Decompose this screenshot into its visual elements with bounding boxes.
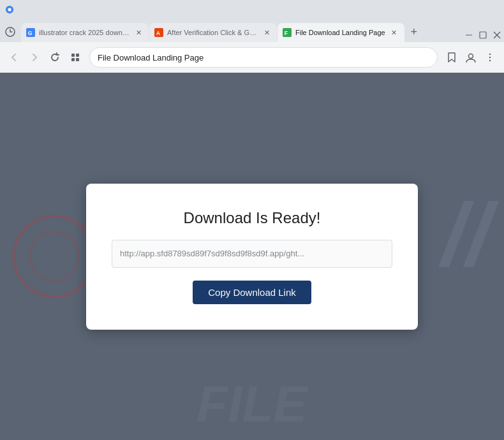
download-url-input[interactable] bbox=[112, 240, 392, 268]
menu-button[interactable] bbox=[481, 48, 499, 66]
svg-point-1 bbox=[8, 8, 11, 11]
forward-button[interactable] bbox=[26, 48, 43, 66]
tab-3-close[interactable]: ✕ bbox=[389, 27, 399, 38]
tab-3-title: File Download Landing Page bbox=[295, 29, 385, 36]
svg-point-18 bbox=[489, 54, 491, 55]
tab-2-title: After Verification Click & Go to... bbox=[167, 29, 258, 36]
title-bar bbox=[0, 0, 504, 19]
tab-3-favicon: F bbox=[283, 28, 292, 37]
address-bar: File Download Landing Page bbox=[0, 42, 504, 73]
tab-1-close[interactable]: ✕ bbox=[133, 27, 144, 38]
bookmark-button[interactable] bbox=[443, 48, 461, 66]
svg-rect-16 bbox=[76, 58, 79, 61]
modal-dialog: Download Is Ready! Copy Download Link bbox=[86, 184, 418, 330]
tab-bar: G illustrator crack 2025 downloa... ✕ A … bbox=[0, 19, 504, 42]
modal-overlay: Download Is Ready! Copy Download Link bbox=[0, 73, 504, 440]
refresh-button[interactable] bbox=[46, 48, 64, 66]
close-window-button[interactable] bbox=[493, 31, 501, 40]
svg-point-19 bbox=[489, 57, 491, 58]
svg-rect-14 bbox=[76, 54, 79, 57]
svg-text:A: A bbox=[156, 30, 161, 36]
tab-3[interactable]: F File Download Landing Page ✕ bbox=[278, 23, 404, 42]
tab-2[interactable]: A After Verification Click & Go to... ✕ bbox=[149, 23, 277, 42]
svg-rect-15 bbox=[71, 58, 75, 61]
minimize-button[interactable] bbox=[464, 31, 473, 40]
tab-1[interactable]: G illustrator crack 2025 downloa... ✕ bbox=[21, 23, 149, 42]
svg-text:G: G bbox=[28, 30, 33, 36]
tab-2-close[interactable]: ✕ bbox=[262, 27, 272, 38]
profile-button[interactable] bbox=[462, 48, 480, 66]
page-content: // // FILE Download Is Ready! Copy Downl… bbox=[0, 73, 504, 440]
tab-2-favicon: A bbox=[154, 28, 163, 37]
browser-frame: G illustrator crack 2025 downloa... ✕ A … bbox=[0, 0, 504, 440]
svg-text:F: F bbox=[285, 30, 288, 36]
svg-point-17 bbox=[469, 54, 473, 59]
back-button[interactable] bbox=[5, 48, 23, 66]
copy-download-link-button[interactable]: Copy Download Link bbox=[193, 281, 311, 304]
extensions-button[interactable] bbox=[66, 48, 84, 66]
url-bar[interactable]: File Download Landing Page bbox=[89, 47, 438, 68]
maximize-button[interactable] bbox=[478, 31, 487, 40]
tab-1-favicon: G bbox=[26, 28, 35, 37]
svg-rect-9 bbox=[466, 35, 472, 36]
url-text: File Download Landing Page bbox=[98, 53, 429, 62]
new-tab-button[interactable]: + bbox=[405, 23, 423, 41]
tab-1-title: illustrator crack 2025 downloa... bbox=[39, 29, 130, 36]
svg-point-20 bbox=[489, 60, 491, 61]
svg-rect-13 bbox=[71, 54, 75, 57]
svg-rect-10 bbox=[480, 32, 486, 38]
modal-title: Download Is Ready! bbox=[184, 209, 321, 227]
toolbar-right bbox=[443, 48, 499, 66]
